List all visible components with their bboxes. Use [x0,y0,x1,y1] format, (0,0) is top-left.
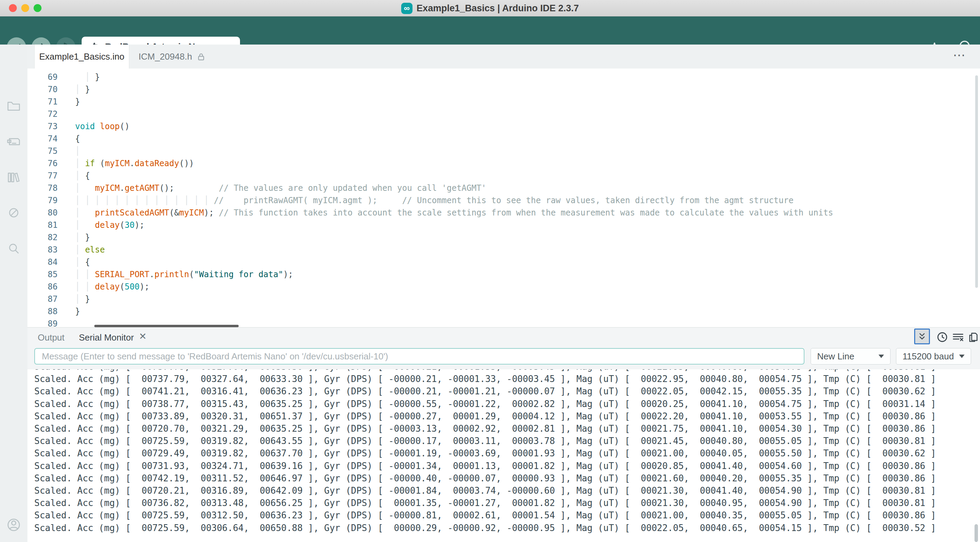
code-line: 69 │ } [27,71,980,83]
panel-tab-output[interactable]: Output [34,330,68,345]
line-number: 73 [27,120,57,133]
clear-output-button[interactable] [951,330,965,344]
code-line: 84│ { [27,256,980,268]
code-line: 68 initialized = true; [27,68,980,71]
code-line: 71} [27,95,980,108]
serial-monitor-output: Scaled. Acc (mg) [ 00737.79, 00327.64, 0… [27,369,980,542]
account-icon [5,516,22,534]
line-number: 70 [27,83,57,95]
serial-row: Scaled. Acc (mg) [ 00738.77, 00315.43, 0… [34,398,936,410]
line-number: 76 [27,157,57,170]
line-number: 83 [27,244,57,256]
circuit-board-icon [6,134,22,150]
baud-rate-select[interactable]: 115200 baud [896,348,971,365]
code-line: 82│ } [27,231,980,244]
code-line: 78│ myICM.getAGMT(); // The values are o… [27,182,980,194]
line-ending-select[interactable]: New Line [811,348,891,365]
line-number: 77 [27,170,57,182]
code-line: 88} [27,305,980,318]
line-number: 74 [27,133,57,145]
tab-example1-basics[interactable]: Example1_Basics.ino [34,44,129,68]
activity-bar [0,44,27,542]
sidebar-item-search[interactable] [5,240,22,258]
serial-row: Scaled. Acc (mg) [ 00742.19, 00311.52, 0… [34,472,936,485]
serial-row: Scaled. Acc (mg) [ 00736.82, 00313.48, 0… [34,497,936,509]
code-line: 83│ else [27,244,980,256]
serial-row: Scaled. Acc (mg) [ 00733.89, 00320.31, 0… [34,410,936,422]
copy-output-icon[interactable] [966,330,980,344]
sidebar-item-boards-manager[interactable] [5,133,22,151]
copy-icon [967,331,979,343]
bottom-panel-header: Output Serial Monitor ✕ New Line 115200 … [27,327,980,369]
serial-row: Scaled. Acc (mg) [ 00720.70, 00321.29, 0… [34,422,936,435]
code-line: 79│ │ │ │ │ │ │ │ │ │ │ │ │ │ // printRa… [27,194,980,207]
line-number: 72 [27,108,57,120]
folder-icon [6,98,22,114]
code-line: 87│ } [27,293,980,305]
serial-row: Scaled. Acc (mg) [ 00725.59, 00319.82, 0… [34,435,936,447]
serial-vertical-scrollbar[interactable] [975,524,978,542]
code-line: 72 [27,108,980,120]
line-ending-value: New Line [817,351,854,362]
code-line: 70│ } [27,83,980,95]
chevron-down-icon [878,355,884,358]
editor-overflow-menu[interactable]: ⋯ [953,48,966,62]
line-number: 75 [27,145,57,157]
line-number: 69 [27,71,57,83]
code-line: 76│ if (myICM.dataReady()) [27,157,980,170]
serial-row: Scaled. Acc (mg) [ 00729.49, 00319.82, 0… [34,447,936,460]
tab-icm-20948[interactable]: ICM_20948.h [130,44,214,68]
line-number: 82 [27,231,57,244]
line-number: 85 [27,268,57,281]
code-line: 86│ │ delay(500); [27,281,980,293]
double-chevron-down-icon [917,331,927,342]
window-title-wrap: ∞ Example1_Basics | Arduino IDE 2.3.7 [0,0,980,16]
serial-row: Scaled. Acc (mg) [ 00737.79, 00327.64, 0… [34,373,936,385]
code-editor[interactable]: 68 initialized = true;69 │ }70│ }71}7273… [27,68,980,327]
serial-row: Scaled. Acc (mg) [ 00741.21, 00316.41, 0… [34,385,936,398]
line-number: 79 [27,194,57,207]
serial-row: Scaled. Acc (mg) [ 00731.93, 00324.71, 0… [34,460,936,472]
books-icon [6,170,22,185]
code-line: 77│ { [27,170,980,182]
clock-icon [937,331,948,343]
search-icon [6,241,22,257]
code-line: 75│ [27,145,980,157]
line-number: 88 [27,305,57,318]
line-number: 80 [27,207,57,219]
line-number: 68 [27,68,57,71]
sidebar-item-sketchbook[interactable] [5,97,22,115]
line-number: 81 [27,219,57,231]
clear-list-icon [952,331,964,343]
serial-row-partial: Scaled. Acc (mg) [ 00737.79, 00327.64, 0… [34,369,936,373]
code-line: 81│ delay(30); [27,219,980,231]
sidebar-item-debug[interactable] [5,204,22,222]
line-number: 84 [27,256,57,268]
circle-slash-icon [6,205,22,220]
line-number: 71 [27,95,57,108]
line-number: 78 [27,182,57,194]
editor-horizontal-scrollbar[interactable] [94,325,239,327]
lock-icon [197,52,205,61]
editor-tabbar: Example1_Basics.ino ICM_20948.h ⋯ [27,44,980,68]
arduino-logo-icon: ∞ [401,3,412,14]
code-line: 73void loop() [27,120,980,133]
serial-row: Scaled. Acc (mg) [ 00725.59, 00312.50, 0… [34,509,936,521]
editor-vertical-scrollbar[interactable] [975,75,978,288]
sidebar-item-account[interactable] [5,516,22,534]
code-line: 80│ printScaledAGMT(&myICM); // This fun… [27,207,980,219]
line-number: 87 [27,293,57,305]
toolbar: RedBoard Artemis N... [0,16,980,44]
panel-close-icon[interactable]: ✕ [139,331,147,342]
serial-row: Scaled. Acc (mg) [ 00720.21, 00316.89, 0… [34,485,936,497]
tab-label: Example1_Basics.ino [39,51,124,62]
autoscroll-toggle-button[interactable] [914,328,930,344]
window-title: Example1_Basics | Arduino IDE 2.3.7 [417,3,579,14]
line-number: 89 [27,318,57,327]
timestamp-toggle-button[interactable] [935,330,949,344]
code-line: 74{ [27,133,980,145]
sidebar-item-library-manager[interactable] [5,168,22,186]
panel-tab-serial-monitor[interactable]: Serial Monitor [75,330,137,345]
baud-rate-value: 115200 baud [902,351,954,362]
serial-message-input[interactable] [34,348,805,365]
